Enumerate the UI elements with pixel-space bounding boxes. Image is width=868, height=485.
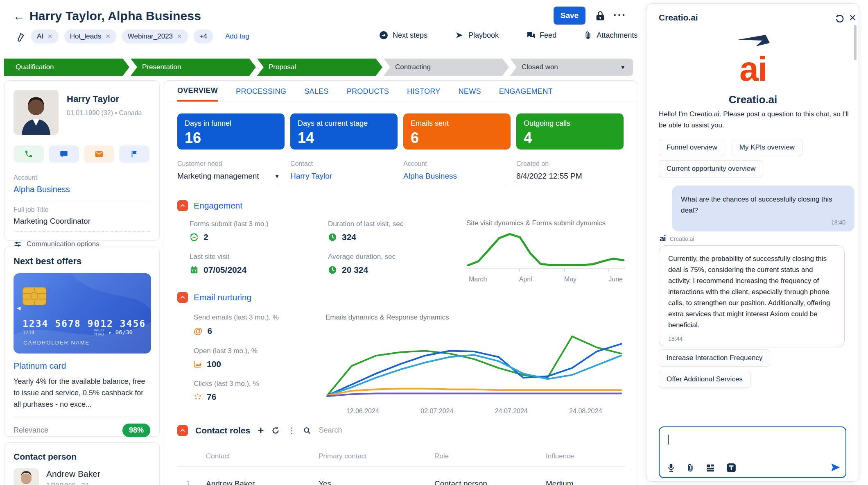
template-icon[interactable] bbox=[705, 463, 715, 473]
next-steps-button[interactable]: Next steps bbox=[379, 30, 427, 40]
contact-person-name[interactable]: Andrew Baker bbox=[46, 469, 100, 479]
credit-card-image[interactable]: ◀ 1234 5678 9012 3456 1234 VALID THRU ▸ … bbox=[14, 273, 151, 354]
contact-roles-title[interactable]: Contact roles bbox=[195, 426, 250, 435]
tag-pill[interactable]: AI✕ bbox=[31, 29, 59, 43]
table-header-row: Contact Primary contact Role Influence L… bbox=[177, 452, 624, 467]
suggestion-funnel-overview[interactable]: Funnel overview bbox=[659, 139, 725, 156]
close-panel-icon[interactable]: ✕ bbox=[849, 13, 856, 23]
funnel-stage-presentation[interactable]: Presentation bbox=[131, 59, 256, 76]
ai-action-1: Increase Interaction Frequency bbox=[659, 349, 770, 367]
funnel-stage-bar: Qualification Presentation Proposal Cont… bbox=[4, 59, 633, 76]
call-button[interactable] bbox=[14, 145, 44, 163]
kebab-menu-icon[interactable]: ⋮ bbox=[287, 426, 296, 435]
contact-name: Harry Taylor bbox=[67, 94, 142, 104]
suggestion-kpis-overview[interactable]: My KPIs overview bbox=[732, 139, 802, 156]
next-best-offers-card: Next best offers ◀ 1234 5678 9012 3456 1… bbox=[4, 247, 160, 437]
card-holder: CARDHOLDER NAME bbox=[23, 340, 90, 346]
text-format-icon[interactable] bbox=[726, 462, 737, 473]
tag-pill[interactable]: Hot_leads✕ bbox=[64, 29, 116, 43]
remove-tag-icon[interactable]: ✕ bbox=[105, 33, 111, 40]
add-icon[interactable]: + bbox=[258, 424, 264, 437]
avatar bbox=[14, 468, 39, 485]
metric-days-at-stage: Days at current stage14 bbox=[290, 113, 398, 150]
back-arrow-icon[interactable]: ← bbox=[13, 11, 25, 22]
action-increase-frequency[interactable]: Increase Interaction Frequency bbox=[659, 349, 770, 367]
ai-small-logo-icon: ai bbox=[660, 234, 666, 243]
save-button[interactable]: Save bbox=[554, 7, 585, 25]
calendar-icon bbox=[190, 265, 199, 274]
attachments-icon bbox=[583, 30, 592, 40]
refresh-icon[interactable] bbox=[271, 426, 280, 435]
dropdown-caret-icon[interactable]: ▼ bbox=[274, 173, 280, 179]
funnel-stage-proposal[interactable]: Proposal bbox=[257, 59, 382, 76]
tab-news[interactable]: NEWS bbox=[459, 81, 481, 102]
page: ← Harry Taylor, Alpha Business Save ··· … bbox=[0, 0, 868, 485]
tag-pill[interactable]: Webinar_2023✕ bbox=[122, 29, 188, 43]
tab-sales[interactable]: SALES bbox=[304, 81, 329, 102]
ai-assistant-panel: Creatio.ai ✕ ai Creatio.ai Hello! I'm Cr… bbox=[646, 3, 859, 482]
chat-input[interactable] bbox=[659, 426, 846, 478]
suggestion-opportunity-overview[interactable]: Current opportunity overview bbox=[659, 160, 763, 177]
card-number-small: 1234 bbox=[23, 330, 34, 335]
fields-row: Customer need Marketing management▼ Cont… bbox=[177, 160, 624, 185]
tab-history[interactable]: HISTORY bbox=[407, 81, 440, 102]
tab-overview[interactable]: OVERVIEW bbox=[177, 81, 218, 102]
remove-tag-icon[interactable]: ✕ bbox=[47, 33, 53, 40]
tab-engagement[interactable]: ENGAGEMENT bbox=[499, 81, 553, 102]
search-input[interactable]: Search bbox=[319, 426, 342, 435]
chat-button[interactable] bbox=[49, 145, 79, 163]
search-icon[interactable] bbox=[303, 426, 311, 435]
feed-button[interactable]: Feed bbox=[526, 30, 556, 40]
reset-chat-icon[interactable] bbox=[835, 14, 845, 23]
add-tag-button[interactable]: Add tag bbox=[225, 32, 249, 41]
contact-actions bbox=[14, 145, 150, 163]
action-offer-services[interactable]: Offer Additional Services bbox=[659, 371, 750, 388]
engagement-title[interactable]: Engagement bbox=[194, 201, 242, 211]
forms-submit-stat: Forms submit (last 3 mo.) 2 Last site vi… bbox=[190, 220, 312, 275]
funnel-stage-contracting[interactable]: Contracting bbox=[384, 59, 509, 76]
ai-action-2: Offer Additional Services bbox=[659, 371, 750, 388]
field-customer-need[interactable]: Customer need Marketing management▼ bbox=[177, 160, 280, 185]
collapse-icon[interactable] bbox=[177, 425, 188, 436]
flag-button[interactable] bbox=[119, 145, 149, 163]
offer-name-link[interactable]: Platinum card bbox=[14, 361, 150, 371]
main-content-card: OVERVIEW PROCESSING SALES PRODUCTS HISTO… bbox=[164, 80, 637, 485]
card-arrow-left-icon: ◀ bbox=[17, 305, 20, 311]
contact-person-meta: 1/20/1986 · 37 bbox=[46, 482, 100, 485]
contact-meta: 01.01.1990 (32) • Canada bbox=[67, 109, 142, 117]
account-label: Account bbox=[14, 174, 150, 181]
tag-more-pill[interactable]: +4 bbox=[194, 29, 213, 43]
more-options-icon[interactable]: ··· bbox=[613, 9, 626, 22]
mic-icon[interactable] bbox=[667, 463, 675, 473]
ai-logo-text: ai bbox=[646, 55, 859, 83]
ai-greeting: Hello! I'm Creatio.ai. Please post a que… bbox=[659, 109, 849, 131]
lock-icon[interactable] bbox=[594, 10, 606, 22]
table-row[interactable]: 1 Andrew Baker Yes Contact person Medium… bbox=[177, 467, 624, 485]
email-button[interactable] bbox=[84, 145, 114, 163]
user-message-bubble: What are the chances of successfully clo… bbox=[672, 186, 854, 231]
email-nurturing-title[interactable]: Email nurturing bbox=[194, 292, 251, 302]
attachments-button[interactable]: Attachments bbox=[583, 30, 637, 40]
playbook-button[interactable]: Playbook bbox=[454, 30, 499, 40]
contact-person-card: Contact person Andrew Baker 1/20/1986 · … bbox=[4, 442, 160, 485]
tab-processing[interactable]: PROCESSING bbox=[236, 81, 286, 102]
send-emails-stat: Send emails (last 3 mo.), % @ 6 Open (la… bbox=[194, 313, 308, 402]
funnel-stage-closed-won[interactable]: Closed won ▼ bbox=[510, 59, 633, 76]
contact-roles-section: Contact roles + ⋮ Search Contact Primary… bbox=[177, 424, 624, 485]
job-title-value: Marketing Coordinator bbox=[14, 217, 150, 226]
row-contact-link[interactable]: Andrew Baker bbox=[206, 479, 319, 485]
text-caret bbox=[668, 435, 669, 444]
card-chip-icon bbox=[23, 287, 46, 305]
tab-products[interactable]: PRODUCTS bbox=[347, 81, 389, 102]
attach-icon[interactable] bbox=[686, 463, 695, 473]
collapse-icon[interactable] bbox=[177, 292, 188, 303]
metric-cards: Days in funnel16 Days at current stage14… bbox=[177, 113, 624, 150]
metric-days-in-funnel: Days in funnel16 bbox=[177, 113, 285, 150]
funnel-stage-qualification[interactable]: Qualification bbox=[4, 59, 129, 76]
account-link[interactable]: Alpha Business bbox=[14, 185, 150, 194]
tags-row: AI✕ Hot_leads✕ Webinar_2023✕ +4 Add tag bbox=[31, 29, 249, 43]
stage-dropdown-caret-icon[interactable]: ▼ bbox=[620, 64, 626, 70]
send-icon[interactable] bbox=[830, 462, 841, 473]
collapse-icon[interactable] bbox=[177, 200, 188, 211]
remove-tag-icon[interactable]: ✕ bbox=[177, 33, 182, 40]
